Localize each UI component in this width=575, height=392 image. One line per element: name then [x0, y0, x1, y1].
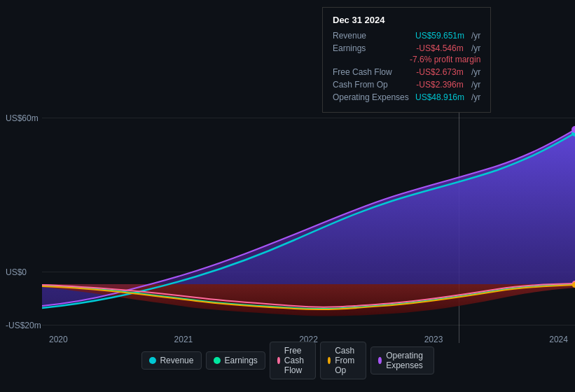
- legend-dot-opex: [378, 357, 382, 364]
- y-label-neg20m: -US$20m: [6, 321, 41, 330]
- x-label-2020: 2020: [49, 335, 68, 344]
- tooltip-value-opex: US$48.916m: [415, 92, 464, 102]
- tooltip-unit-earnings: /yr: [471, 43, 480, 53]
- legend-label-cfo: Cash From Op: [335, 346, 359, 375]
- chart-container: Dec 31 2024 Revenue US$59.651m /yr Earni…: [0, 0, 575, 392]
- tooltip-row-opex: Operating Expenses US$48.916m /yr: [333, 92, 480, 102]
- tooltip-date: Dec 31 2024: [333, 15, 480, 25]
- tooltip-unit-revenue: /yr: [471, 31, 480, 41]
- tooltip-unit-cfo: /yr: [471, 80, 480, 90]
- tooltip-label-revenue: Revenue: [333, 31, 410, 41]
- legend-item-cfo[interactable]: Cash From Op: [320, 342, 366, 379]
- tooltip-label-fcf: Free Cash Flow: [333, 67, 410, 77]
- tooltip-value-revenue: US$59.651m: [415, 31, 464, 41]
- tooltip: Dec 31 2024 Revenue US$59.651m /yr Earni…: [322, 7, 491, 113]
- tooltip-label-cfo: Cash From Op: [333, 80, 410, 90]
- legend-label-revenue: Revenue: [160, 356, 193, 365]
- tooltip-row-cfo: Cash From Op -US$2.396m /yr: [333, 80, 480, 90]
- legend-label-fcf: Free Cash Flow: [284, 346, 308, 375]
- opex-area: [42, 130, 575, 306]
- tooltip-value-fcf: -US$2.673m: [416, 67, 463, 77]
- legend-label-earnings: Earnings: [224, 356, 257, 365]
- y-label-60m: US$60m: [6, 113, 39, 123]
- legend-item-fcf[interactable]: Free Cash Flow: [270, 342, 316, 379]
- tooltip-label-opex: Operating Expenses: [333, 92, 410, 102]
- legend-label-opex: Operating Expenses: [386, 351, 426, 370]
- chart-legend: Revenue Earnings Free Cash Flow Cash Fro…: [141, 342, 434, 379]
- legend-item-earnings[interactable]: Earnings: [205, 351, 265, 370]
- chart-svg: [42, 108, 575, 343]
- tooltip-unit-fcf: /yr: [471, 67, 480, 77]
- tooltip-value-earnings: -US$4.546m: [416, 43, 463, 53]
- tooltip-value-cfo: -US$2.396m: [416, 80, 463, 90]
- tooltip-profit-margin: -7.6% profit margin: [333, 55, 480, 64]
- tooltip-row-fcf: Free Cash Flow -US$2.673m /yr: [333, 67, 480, 77]
- legend-item-opex[interactable]: Operating Expenses: [370, 346, 434, 374]
- y-label-0: US$0: [6, 267, 27, 277]
- x-label-2024: 2024: [549, 335, 568, 344]
- legend-dot-cfo: [328, 357, 331, 364]
- tooltip-row-earnings: Earnings -US$4.546m /yr: [333, 43, 480, 53]
- tooltip-row-revenue: Revenue US$59.651m /yr: [333, 31, 480, 41]
- tooltip-unit-opex: /yr: [471, 92, 480, 102]
- legend-item-revenue[interactable]: Revenue: [141, 351, 201, 370]
- legend-dot-earnings: [213, 357, 220, 364]
- legend-dot-revenue: [148, 357, 155, 364]
- tooltip-label-earnings: Earnings: [333, 43, 410, 53]
- legend-dot-fcf: [277, 357, 280, 364]
